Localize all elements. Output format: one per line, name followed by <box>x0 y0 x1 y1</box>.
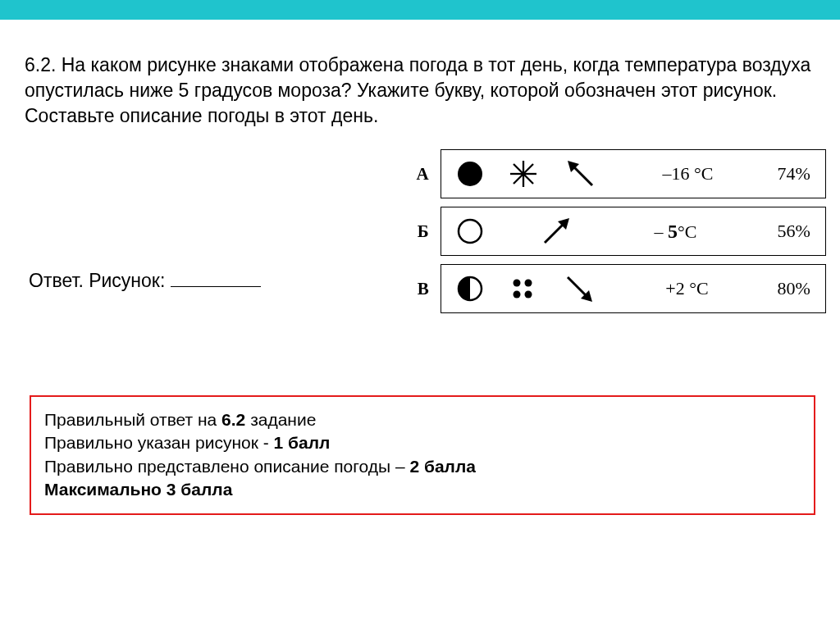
header-bar <box>0 0 840 20</box>
svg-point-14 <box>524 291 532 299</box>
temperature: +2 °C <box>665 278 708 299</box>
temp-prefix: – <box>655 221 669 242</box>
temp-num: 5 <box>668 221 678 242</box>
svg-point-12 <box>524 280 532 287</box>
option-box: – 5°C 56% <box>441 207 826 256</box>
temperature: – 5°C <box>655 221 697 243</box>
answer-label-text: Ответ. Рисунок: <box>29 270 171 291</box>
temp-suffix: °C <box>678 221 696 242</box>
icon-group <box>456 213 574 249</box>
filled-circle-icon <box>456 160 484 188</box>
humidity: 74% <box>777 163 810 185</box>
arrow-nw-icon <box>563 156 599 192</box>
svg-point-13 <box>513 291 520 299</box>
svg-point-11 <box>513 280 520 287</box>
option-box: –16 °C 74% <box>441 149 826 198</box>
svg-point-0 <box>458 162 482 186</box>
humidity: 56% <box>777 221 810 242</box>
content-area: 6.2. На каком рисунке знаками отображена… <box>0 20 840 313</box>
scoring-line-4: Максимально 3 балла <box>44 478 801 501</box>
half-circle-icon <box>456 275 484 303</box>
icon-group <box>456 156 599 192</box>
snowflake-icon <box>509 159 538 189</box>
option-row-v: В <box>413 264 826 313</box>
options-list: А <box>413 149 826 313</box>
middle-row: Ответ. Рисунок: А <box>25 149 815 313</box>
icon-group <box>456 271 597 307</box>
answer-blank <box>171 286 261 287</box>
option-row-a: А <box>413 149 826 198</box>
arrow-ne-icon <box>538 213 574 249</box>
empty-circle-icon <box>456 217 484 245</box>
answer-label: Ответ. Рисунок: <box>29 270 261 292</box>
svg-point-7 <box>459 220 482 243</box>
four-dots-icon <box>509 275 536 303</box>
option-row-b: Б – 5°C <box>413 207 826 256</box>
option-letter: Б <box>413 221 429 242</box>
option-box: +2 °C 80% <box>441 264 826 313</box>
arrow-se-icon <box>561 271 597 307</box>
scoring-line-1: Правильный ответ на 6.2 задание <box>44 408 801 431</box>
temperature: –16 °C <box>663 163 714 185</box>
scoring-line-2: Правильно указан рисунок - 1 балл <box>44 431 801 454</box>
question-text: 6.2. На каком рисунке знаками отображена… <box>25 52 815 129</box>
option-letter: В <box>413 279 429 299</box>
scoring-line-3: Правильно представлено описание погоды –… <box>44 455 801 478</box>
humidity: 80% <box>777 278 810 299</box>
option-letter: А <box>413 164 429 185</box>
scoring-box: Правильный ответ на 6.2 задание Правильн… <box>30 395 815 514</box>
